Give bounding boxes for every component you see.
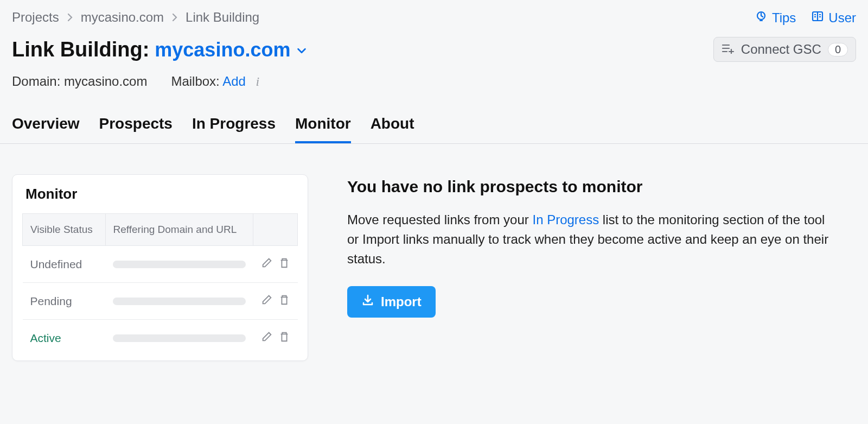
status-cell: Active — [23, 320, 106, 357]
monitor-card-title: Monitor — [22, 186, 298, 202]
tips-link[interactable]: Tips — [755, 10, 796, 26]
user-label: User — [828, 10, 856, 26]
empty-text: Move requested links from your In Progre… — [347, 210, 835, 269]
chevron-right-icon — [171, 10, 178, 25]
url-cell — [105, 246, 253, 283]
col-referring-domain: Reffering Domain and URL — [105, 214, 253, 246]
table-row: Pending — [23, 283, 298, 320]
project-dropdown[interactable]: mycasino.com — [155, 39, 308, 61]
page-title: Link Building: — [12, 38, 149, 61]
tab-monitor[interactable]: Monitor — [295, 115, 351, 143]
info-icon[interactable]: i — [250, 74, 260, 88]
connect-gsc-count: 0 — [828, 43, 848, 56]
user-link[interactable]: User — [811, 10, 856, 26]
delete-icon[interactable] — [278, 257, 290, 271]
connect-gsc-button[interactable]: Connect GSC 0 — [713, 37, 856, 62]
delete-icon[interactable] — [278, 294, 290, 308]
url-cell — [105, 283, 253, 320]
delete-icon[interactable] — [278, 331, 290, 345]
book-icon — [811, 10, 824, 26]
actions-cell — [253, 320, 298, 357]
in-progress-link[interactable]: In Progress — [532, 212, 599, 227]
status-cell: Pending — [23, 283, 106, 320]
table-row: Active — [23, 320, 298, 357]
mailbox-label: Mailbox: — [171, 74, 219, 88]
empty-heading: You have no link prospects to monitor — [347, 178, 856, 196]
tabs: OverviewProspectsIn ProgressMonitorAbout — [0, 115, 868, 144]
actions-cell — [253, 283, 298, 320]
domain-label: Domain: — [12, 74, 60, 88]
tab-overview[interactable]: Overview — [12, 115, 80, 143]
monitor-card: Monitor Visible Status Reffering Domain … — [12, 174, 308, 361]
placeholder-bar — [113, 334, 245, 342]
breadcrumb-project[interactable]: mycasino.com — [81, 10, 164, 25]
edit-icon[interactable] — [261, 331, 273, 345]
connect-gsc-label: Connect GSC — [741, 42, 821, 57]
placeholder-bar — [113, 298, 245, 305]
chevron-right-icon — [67, 10, 73, 25]
tab-prospects[interactable]: Prospects — [99, 115, 173, 143]
edit-icon[interactable] — [261, 257, 273, 271]
tab-about[interactable]: About — [371, 115, 414, 143]
breadcrumb-current: Link Building — [186, 10, 259, 25]
import-button[interactable]: Import — [347, 286, 436, 318]
monitor-table: Visible Status Reffering Domain and URL … — [22, 213, 298, 356]
mailbox-add-link[interactable]: Add — [222, 74, 246, 88]
empty-state: You have no link prospects to monitor Mo… — [347, 174, 856, 318]
edit-icon[interactable] — [261, 294, 273, 308]
import-label: Import — [381, 294, 422, 309]
breadcrumb-projects[interactable]: Projects — [12, 10, 59, 25]
col-actions — [253, 214, 298, 246]
list-plus-icon — [722, 42, 735, 57]
table-row: Undefined — [23, 246, 298, 283]
tab-in-progress[interactable]: In Progress — [192, 115, 276, 143]
tips-label: Tips — [772, 10, 796, 26]
col-visible-status: Visible Status — [23, 214, 106, 246]
download-icon — [361, 294, 374, 310]
lightbulb-icon — [755, 10, 768, 26]
chevron-down-icon — [296, 39, 308, 61]
actions-cell — [253, 246, 298, 283]
placeholder-bar — [113, 261, 245, 268]
url-cell — [105, 320, 253, 357]
status-cell: Undefined — [23, 246, 106, 283]
project-name: mycasino.com — [155, 39, 290, 61]
domain-value: mycasino.com — [64, 74, 147, 88]
breadcrumb: Projects mycasino.com Link Building — [12, 10, 856, 25]
